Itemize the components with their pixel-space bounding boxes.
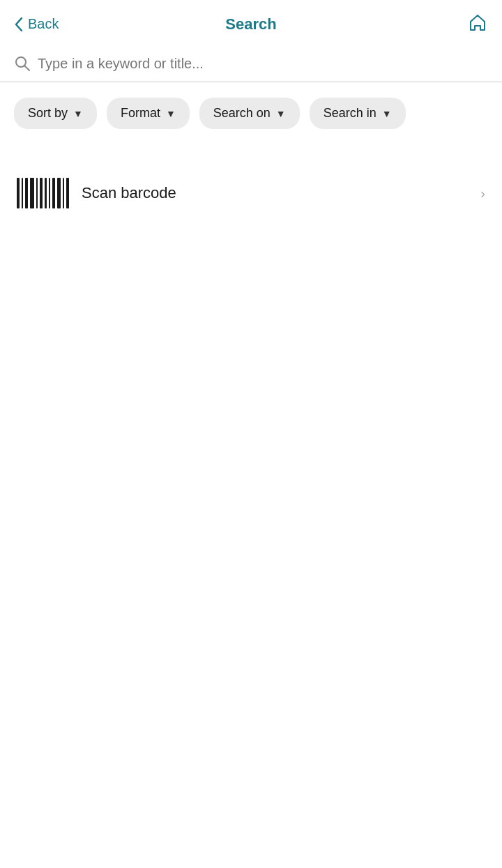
filters-container: Sort by ▼ Format ▼ Search on ▼ Search in…: [0, 82, 502, 136]
barcode-icon: [17, 176, 69, 210]
format-caret-icon: ▼: [166, 108, 176, 119]
chevron-left-icon: [14, 17, 24, 32]
search-on-label: Search on: [213, 106, 271, 121]
search-input[interactable]: [38, 56, 488, 72]
home-button[interactable]: [467, 13, 488, 36]
search-in-caret-icon: ▼: [382, 108, 392, 119]
back-label: Back: [28, 16, 59, 32]
header: Back Search: [0, 0, 502, 45]
svg-line-1: [25, 66, 30, 71]
search-on-caret-icon: ▼: [276, 108, 286, 119]
search-icon: [14, 55, 31, 72]
sort-by-label: Sort by: [28, 106, 68, 121]
sort-by-button[interactable]: Sort by ▼: [14, 98, 97, 129]
search-on-button[interactable]: Search on ▼: [199, 98, 300, 129]
home-icon: [467, 13, 488, 33]
page-title: Search: [225, 15, 276, 33]
format-label: Format: [121, 106, 160, 121]
scan-barcode-row[interactable]: Scan barcode ›: [0, 157, 502, 229]
format-button[interactable]: Format ▼: [107, 98, 190, 129]
scan-barcode-label: Scan barcode: [82, 184, 468, 202]
search-in-label: Search in: [324, 106, 376, 121]
chevron-right-icon: ›: [480, 185, 485, 201]
search-in-button[interactable]: Search in ▼: [310, 98, 406, 129]
search-bar: [0, 45, 502, 82]
back-button[interactable]: Back: [14, 16, 59, 32]
sort-by-caret-icon: ▼: [73, 108, 83, 119]
